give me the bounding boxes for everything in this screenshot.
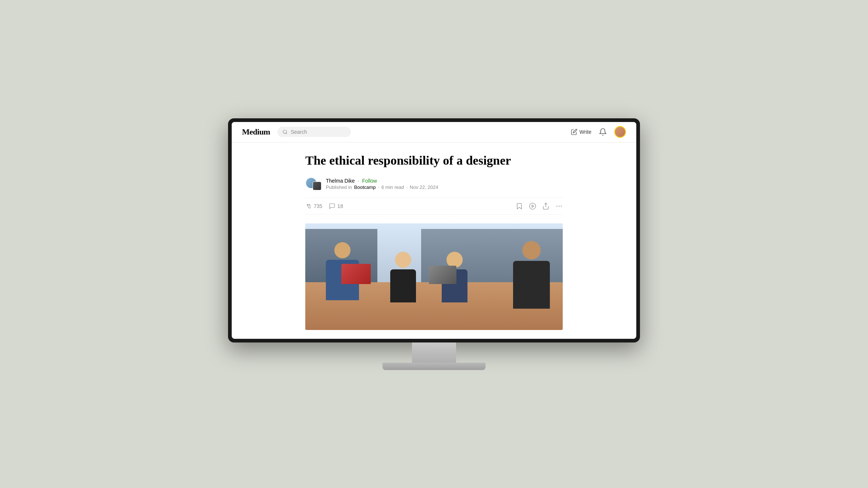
search-placeholder: Search	[291, 129, 307, 135]
svg-point-5	[556, 206, 558, 207]
monitor-wrapper: Medium Search Write	[228, 118, 640, 370]
stats-left: 735 18	[305, 203, 343, 209]
navbar-right: Write	[571, 126, 626, 138]
write-label: Write	[580, 129, 591, 135]
author-row: Thelma Dike · Follow Published in Bootca…	[305, 177, 563, 190]
svg-point-0	[283, 130, 287, 133]
navbar: Medium Search Write	[232, 122, 636, 143]
person-4	[513, 241, 550, 309]
notifications-icon[interactable]	[599, 128, 607, 136]
article-title: The ethical responsibility of a designer	[305, 153, 563, 169]
monitor-stand-base	[383, 363, 485, 370]
person-2	[390, 252, 416, 302]
more-options-icon[interactable]	[555, 202, 563, 210]
person-2-body	[390, 269, 416, 302]
stats-right	[516, 202, 563, 210]
dot-separator: ·	[358, 178, 359, 184]
svg-line-1	[286, 133, 287, 134]
search-bar[interactable]: Search	[277, 127, 351, 137]
read-time: 6 min read	[381, 184, 404, 190]
write-icon	[571, 129, 577, 135]
svg-marker-3	[532, 205, 534, 208]
person-4-head	[522, 241, 541, 259]
author-avatar-publication[interactable]	[313, 182, 321, 190]
author-avatars	[305, 177, 321, 190]
svg-point-2	[530, 203, 536, 209]
monitor-bezel: Medium Search Write	[228, 118, 640, 342]
claps-stat[interactable]: 735	[305, 203, 322, 209]
claps-count: 735	[314, 203, 322, 209]
bookmark-icon[interactable]	[516, 202, 523, 210]
monitor-stand-neck	[412, 342, 456, 363]
clap-icon	[305, 203, 312, 209]
comments-stat[interactable]: 18	[329, 203, 343, 209]
svg-point-6	[559, 206, 560, 207]
article-image	[305, 223, 563, 330]
navbar-left: Medium Search	[242, 127, 351, 137]
medium-logo[interactable]: Medium	[242, 127, 270, 137]
person-1-head	[334, 242, 351, 258]
search-icon	[282, 129, 288, 134]
svg-point-7	[561, 206, 562, 207]
meta-dot-1: ·	[378, 184, 379, 190]
person-3-head	[447, 252, 463, 268]
comments-count: 18	[337, 203, 343, 209]
avatar-image	[615, 127, 625, 137]
comment-icon	[329, 203, 335, 209]
monitor-screen: Medium Search Write	[232, 122, 636, 339]
author-name[interactable]: Thelma Dike	[326, 178, 355, 184]
listen-icon[interactable]	[529, 202, 536, 210]
publication-link[interactable]: Bootcamp	[354, 184, 376, 190]
laptop-1	[341, 264, 371, 284]
meta-dot-2: ·	[406, 184, 408, 190]
meeting-scene	[305, 223, 563, 330]
user-avatar[interactable]	[614, 126, 626, 138]
follow-button[interactable]: Follow	[362, 178, 377, 184]
person-4-body	[513, 261, 550, 309]
laptop-2	[429, 266, 456, 284]
person-2-head	[395, 252, 411, 268]
publish-date: Nov 22, 2024	[410, 184, 438, 190]
published-in-label: Published in	[326, 184, 352, 190]
author-meta: Published in Bootcamp · 6 min read · Nov…	[326, 184, 438, 190]
share-icon[interactable]	[542, 202, 549, 210]
author-info: Thelma Dike · Follow Published in Bootca…	[326, 178, 438, 190]
stats-row: 735 18	[305, 198, 563, 215]
write-button[interactable]: Write	[571, 129, 591, 135]
author-name-row: Thelma Dike · Follow	[326, 178, 438, 184]
main-content: The ethical responsibility of a designer…	[232, 143, 636, 330]
